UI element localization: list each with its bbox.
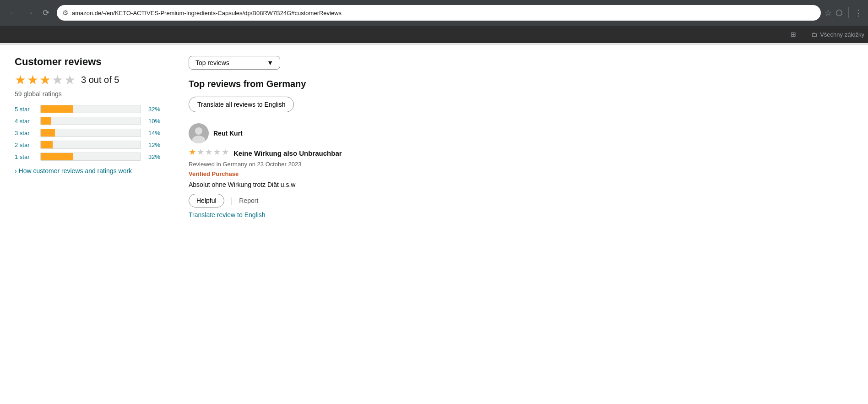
sort-dropdown[interactable]: Top reviews ▼ — [189, 56, 280, 70]
bar-pct-3star: 14% — [145, 130, 160, 136]
review-star-2: ★ — [197, 147, 204, 157]
rating-row-1star[interactable]: 1 star 32% — [15, 153, 170, 161]
site-indicator-icon: ⚙ — [62, 9, 68, 17]
sort-dropdown-label: Top reviews — [195, 59, 229, 66]
browser-chrome: ← → ⟳ ⚙ amazon.de/-/en/KETO-ACTIVES-Prem… — [0, 0, 868, 26]
divider-vert — [848, 7, 849, 18]
rating-label-4star: 4 star — [15, 118, 37, 125]
folder-icon: 🗀 — [811, 31, 817, 38]
bar-pct-5star: 32% — [145, 106, 160, 113]
avatar-icon — [189, 123, 209, 143]
menu-icon[interactable]: ⋮ — [854, 8, 863, 18]
review-star-4: ★ — [213, 147, 221, 157]
left-separator — [15, 183, 170, 183]
bar-pct-2star: 12% — [145, 142, 160, 148]
review-body: Absolut ohne Wirkung trotz Diät u.s.w — [189, 181, 535, 188]
rating-label-1star: 1 star — [15, 153, 37, 160]
review-meta: Reviewed in Germany on 23 October 2023 — [189, 161, 535, 168]
reviews-list: Reut Kurt ★ ★ ★ ★ ★ Keine Wirkung also U… — [189, 123, 535, 218]
bar-container-5star — [40, 105, 141, 113]
rating-row-5star[interactable]: 5 star 32% — [15, 105, 170, 113]
rating-label-2star: 2 star — [15, 142, 37, 148]
bar-pct-4star: 10% — [145, 118, 160, 125]
translate-all-button[interactable]: Translate all reviews to English — [189, 97, 294, 112]
verified-purchase: Verified Purchase — [189, 170, 535, 177]
overall-star-3: ★ — [39, 72, 51, 87]
review-actions: Helpful | Report — [189, 194, 535, 207]
report-link[interactable]: Report — [239, 197, 258, 204]
address-bar[interactable]: ⚙ amazon.de/-/en/KETO-ACTIVES-Premium-In… — [57, 5, 821, 21]
bar-container-4star — [40, 117, 141, 125]
review-stars: ★ ★ ★ ★ ★ — [189, 147, 229, 157]
how-ratings-label: How customer reviews and ratings work — [19, 167, 132, 175]
browser-actions: ☆ ⬡ ⋮ — [825, 7, 863, 18]
bar-fill-5star — [41, 105, 73, 113]
bar-fill-2star — [41, 141, 53, 148]
review-star-5: ★ — [222, 147, 229, 157]
rating-row-3star[interactable]: 3 star 14% — [15, 129, 170, 137]
translate-review-link[interactable]: Translate review to English — [189, 211, 535, 218]
left-column: Customer reviews ★ ★ ★ ★ ★ 3 out of 5 59… — [15, 56, 170, 228]
overall-rating-text: 3 out of 5 — [81, 75, 119, 85]
page-content: Customer reviews ★ ★ ★ ★ ★ 3 out of 5 59… — [0, 45, 549, 239]
overall-rating: ★ ★ ★ ★ ★ 3 out of 5 — [15, 72, 170, 87]
bar-container-2star — [40, 141, 141, 149]
review-title: Keine Wirkung also Unbrauchbar — [233, 149, 342, 157]
forward-button[interactable]: → — [22, 5, 37, 20]
reload-button[interactable]: ⟳ — [38, 5, 53, 20]
url-text: amazon.de/-/en/KETO-ACTIVES-Premium-Ingr… — [72, 10, 815, 16]
overall-stars: ★ ★ ★ ★ ★ — [15, 72, 76, 87]
reviewer-row: Reut Kurt — [189, 123, 535, 143]
bar-fill-4star — [41, 117, 51, 125]
action-divider: | — [231, 196, 233, 206]
all-tabs-label: Všechny záložky — [820, 31, 864, 38]
svg-point-1 — [195, 127, 202, 135]
bar-container-1star — [40, 153, 141, 161]
back-button[interactable]: ← — [5, 5, 20, 20]
tabs-grid-icon[interactable]: ⊞ — [791, 31, 796, 38]
chevron-down-icon: › — [15, 167, 17, 175]
helpful-button[interactable]: Helpful — [189, 194, 224, 207]
reviewer-name: Reut Kurt — [213, 130, 243, 137]
customer-reviews-title: Customer reviews — [15, 56, 170, 68]
bar-fill-3star — [41, 129, 55, 136]
overall-star-5: ★ — [64, 72, 76, 87]
tab-bar: ⊞ 🗀 Všechny záložky — [0, 26, 868, 43]
reviews-section-title: Top reviews from Germany — [189, 79, 535, 89]
overall-star-2: ★ — [27, 72, 38, 87]
avatar — [189, 123, 209, 143]
rating-bars: 5 star 32% 4 star 10% 3 star 14 — [15, 105, 170, 161]
rating-label-3star: 3 star — [15, 130, 37, 136]
tab-bar-divider — [800, 29, 800, 40]
rating-row-4star[interactable]: 4 star 10% — [15, 117, 170, 125]
all-tabs-button[interactable]: 🗀 Všechny záložky — [811, 31, 864, 38]
overall-star-4: ★ — [52, 72, 63, 87]
review-item: Reut Kurt ★ ★ ★ ★ ★ Keine Wirkung also U… — [189, 123, 535, 218]
right-column: Top reviews ▼ Top reviews from Germany T… — [189, 56, 535, 228]
bar-pct-1star: 32% — [145, 153, 160, 160]
bookmark-icon[interactable]: ☆ — [825, 8, 832, 18]
bar-fill-1star — [41, 153, 73, 160]
extension-icon[interactable]: ⬡ — [835, 8, 843, 18]
review-star-1: ★ — [189, 147, 196, 157]
chevron-down-icon: ▼ — [267, 59, 273, 66]
how-ratings-work-link[interactable]: › How customer reviews and ratings work — [15, 167, 170, 175]
bar-container-3star — [40, 129, 141, 137]
rating-row-2star[interactable]: 2 star 12% — [15, 141, 170, 149]
nav-buttons: ← → ⟳ — [5, 5, 53, 20]
global-ratings: 59 global ratings — [15, 90, 170, 98]
review-star-3: ★ — [205, 147, 212, 157]
rating-label-5star: 5 star — [15, 106, 37, 113]
overall-star-1: ★ — [15, 72, 26, 87]
